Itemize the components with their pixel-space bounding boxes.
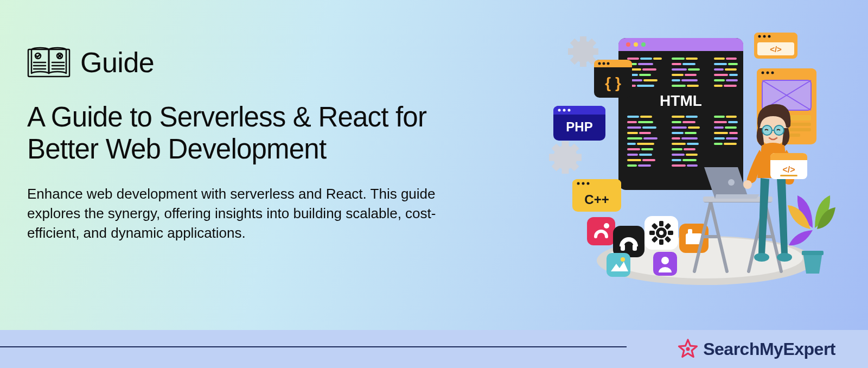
content-column: Guide A Guide to Serverless & React for … (27, 46, 496, 243)
guide-label-text: Guide (80, 46, 154, 79)
footer-divider (0, 346, 627, 347)
svg-rect-167 (659, 239, 663, 245)
svg-point-132 (767, 72, 769, 74)
svg-point-29 (626, 42, 630, 47)
svg-point-157 (582, 182, 585, 185)
svg-rect-176 (688, 229, 692, 234)
brand-logo: SearchMyExpert (677, 338, 835, 360)
svg-point-158 (587, 182, 590, 185)
brand-name: SearchMyExpert (703, 339, 835, 359)
svg-point-125 (758, 35, 761, 38)
svg-point-160 (604, 223, 609, 229)
svg-text:</>: </> (782, 165, 795, 174)
cpp-badge: C++ (584, 192, 609, 207)
open-book-icon (27, 46, 71, 79)
footer-bar: SearchMyExpert (0, 330, 868, 368)
svg-rect-203 (780, 175, 797, 176)
guide-label-row: Guide (27, 46, 496, 79)
svg-point-31 (641, 42, 646, 47)
svg-rect-204 (802, 251, 824, 255)
braces-badge: { } (605, 74, 621, 91)
svg-point-144 (598, 62, 601, 65)
svg-rect-168 (649, 231, 655, 235)
svg-rect-162 (621, 244, 625, 251)
svg-rect-177 (607, 253, 630, 277)
svg-rect-163 (633, 244, 637, 251)
svg-rect-155 (572, 183, 621, 187)
svg-point-133 (771, 72, 774, 74)
svg-rect-169 (668, 231, 673, 235)
svg-point-126 (763, 35, 766, 38)
svg-rect-149 (553, 110, 605, 115)
hero-section: Guide A Guide to Serverless & React for … (0, 0, 868, 330)
svg-point-189 (728, 179, 735, 186)
svg-point-127 (768, 35, 771, 38)
svg-point-197 (754, 253, 769, 262)
svg-point-174 (659, 231, 663, 235)
svg-point-150 (558, 109, 561, 112)
svg-point-196 (743, 180, 752, 189)
svg-point-178 (621, 257, 625, 262)
svg-point-205 (686, 347, 690, 351)
svg-rect-166 (659, 221, 663, 226)
svg-point-151 (563, 109, 566, 112)
php-badge: PHP (566, 119, 592, 134)
code-tag-badge: </> (770, 45, 782, 54)
developer-illustration: HTML (542, 22, 841, 293)
svg-point-146 (607, 62, 610, 65)
svg-point-30 (634, 42, 638, 47)
svg-point-152 (568, 109, 571, 112)
page-title: A Guide to Serverless & React for Better… (27, 101, 496, 165)
star-icon (677, 338, 699, 360)
svg-point-131 (762, 72, 764, 74)
svg-rect-201 (770, 157, 807, 160)
svg-point-180 (661, 257, 669, 264)
svg-point-145 (603, 62, 605, 65)
svg-rect-130 (757, 73, 816, 77)
svg-point-198 (777, 253, 792, 262)
svg-point-156 (577, 182, 580, 185)
illustration-svg: HTML (542, 22, 841, 293)
html-badge-text: HTML (660, 92, 702, 109)
page-description: Enhance web development with serverless … (27, 185, 461, 243)
